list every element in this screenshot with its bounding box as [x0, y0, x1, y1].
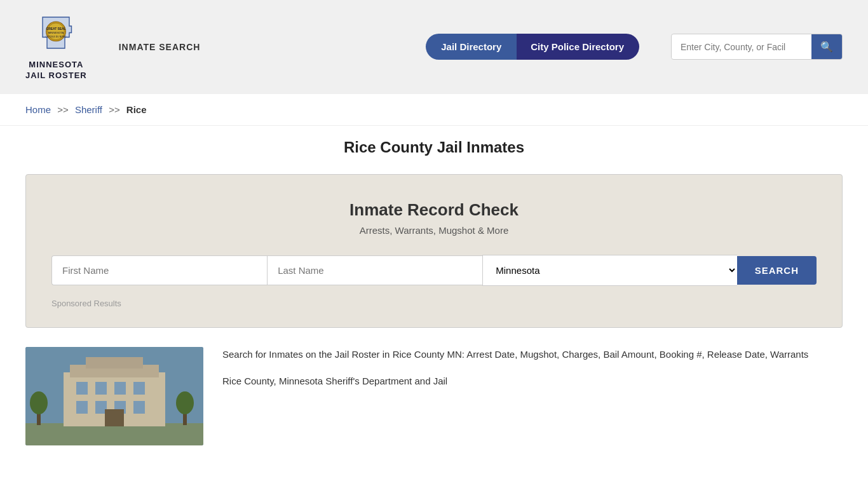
svg-point-21 — [30, 391, 48, 414]
svg-rect-7 — [25, 423, 203, 445]
logo-link[interactable]: GREAT SEAL MINNESOTA L'ETOILE DU NORD MI… — [25, 13, 87, 81]
header-search-bar: 🔍 — [671, 34, 843, 60]
svg-text:L'ETOILE DU NORD: L'ETOILE DU NORD — [46, 36, 67, 38]
breadcrumb-sheriff[interactable]: Sheriff — [75, 104, 102, 115]
svg-rect-10 — [86, 357, 143, 369]
city-police-directory-button[interactable]: City Police Directory — [515, 34, 639, 60]
building-svg — [25, 347, 203, 445]
state-select[interactable]: AlabamaAlaskaArizonaArkansasCaliforniaCo… — [482, 255, 736, 286]
svg-rect-15 — [76, 401, 88, 414]
first-name-input[interactable] — [51, 255, 267, 285]
record-search-fields: AlabamaAlaskaArizonaArkansasCaliforniaCo… — [51, 255, 817, 286]
svg-rect-13 — [114, 382, 126, 395]
svg-rect-18 — [133, 401, 145, 414]
header-search-input[interactable] — [672, 36, 811, 58]
svg-text:MINNESOTA: MINNESOTA — [48, 31, 64, 34]
breadcrumb: Home >> Sheriff >> Rice — [0, 94, 868, 126]
breadcrumb-home[interactable]: Home — [25, 104, 51, 115]
breadcrumb-separator-2: >> — [109, 104, 120, 115]
building-image — [25, 347, 203, 445]
header-search-button[interactable]: 🔍 — [811, 34, 842, 59]
description-text: Search for Inmates on the Jail Roster in… — [222, 347, 808, 362]
breadcrumb-separator-1: >> — [57, 104, 69, 115]
sponsored-label: Sponsored Results — [51, 299, 817, 308]
nav-buttons: Jail Directory City Police Directory — [426, 34, 639, 60]
record-check-title: Inmate Record Check — [51, 200, 817, 220]
inmate-search-link[interactable]: INMATE SEARCH — [119, 42, 201, 52]
record-search-button[interactable]: SEARCH — [737, 256, 817, 285]
logo-svg: GREAT SEAL MINNESOTA L'ETOILE DU NORD — [34, 13, 78, 57]
logo-text: MINNESOTAJAIL ROSTER — [25, 60, 87, 81]
svg-rect-14 — [133, 382, 145, 395]
search-icon: 🔍 — [820, 41, 833, 52]
svg-text:GREAT SEAL: GREAT SEAL — [46, 27, 66, 30]
page-title: Rice County Jail Inmates — [25, 139, 843, 156]
description-area: Search for Inmates on the Jail Roster in… — [222, 347, 808, 389]
main-content: Rice County Jail Inmates Inmate Record C… — [0, 126, 868, 464]
header: GREAT SEAL MINNESOTA L'ETOILE DU NORD MI… — [0, 0, 868, 94]
description-subtext: Rice County, Minnesota Sheriff's Departm… — [222, 374, 808, 389]
record-check-subtitle: Arrests, Warrants, Mugshot & More — [51, 225, 817, 236]
last-name-input[interactable] — [267, 255, 482, 285]
jail-directory-button[interactable]: Jail Directory — [426, 34, 517, 60]
bottom-section: Search for Inmates on the Jail Roster in… — [25, 347, 843, 445]
svg-point-23 — [176, 391, 194, 414]
svg-rect-11 — [76, 382, 88, 395]
svg-rect-19 — [105, 409, 124, 426]
record-check-box: Inmate Record Check Arrests, Warrants, M… — [25, 174, 843, 328]
breadcrumb-current: Rice — [126, 104, 147, 115]
svg-rect-12 — [95, 382, 107, 395]
